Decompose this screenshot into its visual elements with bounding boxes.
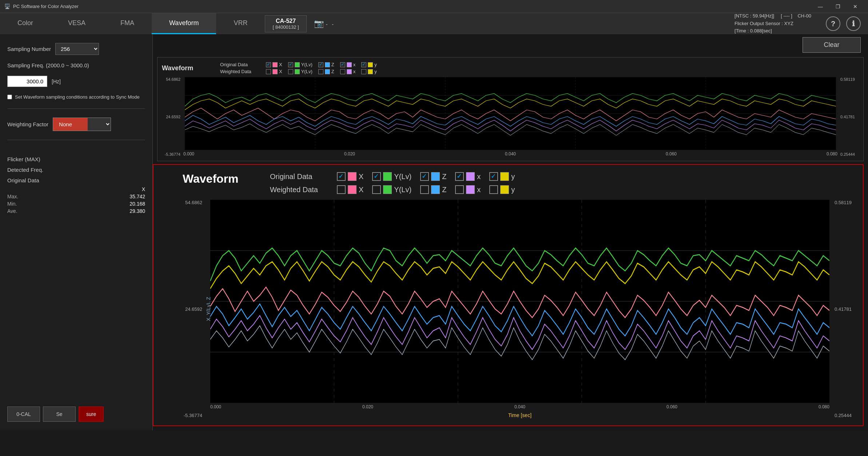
checkbox-x2-orig-large[interactable] (455, 172, 464, 181)
tab-waveform[interactable]: Waveform (152, 13, 216, 34)
sync-mode-checkbox[interactable] (7, 95, 12, 99)
clear-button[interactable]: Clear (803, 37, 861, 53)
minimize-button[interactable]: — (812, 0, 829, 13)
sampling-freq-input[interactable] (7, 76, 47, 87)
legend-item-x2-wt-small: x (340, 69, 356, 74)
checkbox-x-wt-small[interactable] (266, 69, 271, 74)
checkbox-x-wt-large[interactable] (337, 185, 346, 194)
label-x-orig-small: X (279, 62, 282, 67)
info-button[interactable]: ℹ (846, 16, 861, 31)
ave-label: Ave. (7, 208, 71, 214)
checkbox-x-orig-large[interactable] (337, 172, 346, 181)
tab-vesa[interactable]: VESA (51, 13, 103, 34)
label-y2-orig-large: y (511, 173, 515, 181)
color-z-orig-large (431, 172, 440, 181)
weighted-data-label-large: Weighted Data (270, 186, 328, 194)
x-header (7, 186, 71, 192)
weighting-select[interactable]: None A B C (53, 118, 111, 131)
checkbox-y2-wt-small[interactable] (361, 69, 366, 74)
checkbox-z-orig-small[interactable] (318, 62, 323, 67)
measure-button[interactable]: sure (79, 407, 104, 422)
color-x2-orig-large (466, 172, 475, 181)
checkbox-ylv-wt-small[interactable] (288, 69, 293, 74)
camera-info: 📷 - - (314, 19, 334, 28)
chart-area-large: 0.000 0.020 0.040 0.060 0.080 Time [sec] (210, 200, 829, 418)
help-icons: ? ℹ (826, 16, 861, 31)
x-val-1-small: 0.020 (344, 151, 355, 156)
color-z-wt-large (431, 185, 440, 194)
x-header-val: X (77, 186, 145, 192)
legend-item-ylv-orig-large: Y(Lv) (372, 172, 411, 181)
waveform-svg-small (185, 77, 836, 150)
device-params: [NTSC : 59.94[Hz]] [ ---- ] CH-00 Flicke… (734, 12, 811, 35)
checkbox-y2-orig-large[interactable] (489, 172, 498, 181)
nav-bar: Color VESA FMA Waveform VRR CA-527 [ 840… (0, 13, 868, 34)
checkbox-ylv-orig-small[interactable] (288, 62, 293, 67)
y-right-top-large: 0.58119 (835, 200, 854, 205)
color-x-orig-small (272, 62, 278, 67)
x-val-3-large: 0.060 (666, 404, 677, 409)
color-z-wt-small (325, 69, 330, 74)
legend-item-x-orig-small: X (266, 62, 282, 67)
x-val-4-large: 0.080 (819, 404, 829, 409)
color-x2-wt-small (347, 69, 352, 74)
legend-rows-large: Original Data X Y(Lv) (270, 172, 515, 194)
sync-mode-label: Set Waveform sampling conditions accordi… (15, 94, 140, 100)
sync-mode-row: Set Waveform sampling conditions accordi… (7, 94, 145, 100)
help-button[interactable]: ? (826, 16, 840, 31)
sampling-number-label: Sampling Number (7, 46, 51, 52)
checkbox-z-wt-large[interactable] (420, 185, 429, 194)
max-label: Max. (7, 194, 71, 199)
tab-vrr[interactable]: VRR (216, 13, 265, 34)
color-y2-wt-small (368, 69, 373, 74)
checkbox-z-orig-large[interactable] (420, 172, 429, 181)
checkbox-x-orig-small[interactable] (266, 62, 271, 67)
waveform-panel-small: Waveform Original Data X Y(L (157, 57, 864, 161)
original-data-label-large: Original Data (270, 173, 328, 181)
legend-row-weighted-small: Weighted Data X Y(Lv) (220, 69, 377, 74)
checkbox-x2-wt-large[interactable] (455, 185, 464, 194)
y-axis-right-large: 0.58119 0.41781 0.25444 (832, 200, 854, 418)
color-y2-orig-large (500, 172, 509, 181)
setup-button[interactable]: Se (43, 407, 76, 422)
color-x-orig-large (348, 172, 357, 181)
legend-item-x-orig-large: X (337, 172, 363, 181)
y-top-small: 54.6862 (162, 77, 180, 82)
cal0-button[interactable]: 0-CAL (7, 407, 40, 422)
x-val-2-large: 0.040 (514, 404, 525, 409)
legend-item-y2-orig-small: y (361, 62, 377, 67)
checkbox-x2-wt-small[interactable] (340, 69, 345, 74)
x-val-3-small: 0.060 (666, 151, 677, 156)
legend-item-ylv-orig-small: Y(Lv) (288, 62, 312, 67)
legend-item-x2-orig-small: x (340, 62, 356, 67)
waveform-panel-large: Waveform Original Data X Y(Lv (153, 164, 864, 426)
sampling-freq-row: Sampling Freq. (2000.0 ~ 3000.0) (7, 62, 145, 68)
close-button[interactable]: ✕ (847, 0, 864, 13)
checkbox-x2-orig-small[interactable] (340, 62, 345, 67)
waveform-svg-large (210, 200, 829, 403)
checkbox-y2-orig-small[interactable] (361, 62, 366, 67)
tab-color[interactable]: Color (0, 13, 51, 34)
checkbox-ylv-orig-large[interactable] (372, 172, 381, 181)
checkbox-z-wt-small[interactable] (318, 69, 323, 74)
label-x-orig-large: X (359, 173, 363, 181)
waveform-header-large: Waveform Original Data X Y(Lv (183, 172, 854, 194)
label-ylv-orig-small: Y(Lv) (301, 62, 312, 67)
waveform-title-small: Waveform (162, 64, 213, 72)
waveform-title-large: Waveform (183, 172, 255, 186)
x-val-4-small: 0.080 (827, 151, 837, 156)
title-bar: 🖥️ PC Software for Color Analyzer — ❐ ✕ (0, 0, 868, 13)
label-x2-orig-large: x (477, 173, 481, 181)
tab-fma[interactable]: FMA (103, 13, 152, 34)
checkbox-ylv-wt-large[interactable] (372, 185, 381, 194)
sampling-number-select[interactable]: 256 512 1024 (55, 43, 99, 55)
checkbox-y2-wt-large[interactable] (489, 185, 498, 194)
color-x2-wt-large (466, 185, 475, 194)
weighted-data-label-small: Weighted Data (220, 69, 260, 74)
label-ylv-wt-small: Y(Lv) (301, 69, 312, 74)
color-ylv-orig-large (383, 172, 392, 181)
x-val-2-small: 0.040 (505, 151, 516, 156)
maximize-button[interactable]: ❐ (829, 0, 846, 13)
legend-item-z-orig-small: Z (318, 62, 334, 67)
weighting-row: Weighting Factor None A B C (7, 118, 145, 131)
